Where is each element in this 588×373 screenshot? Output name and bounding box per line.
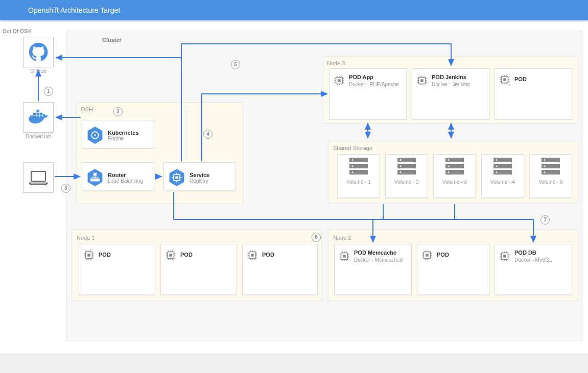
pod-title: POD DB	[514, 250, 552, 256]
volume-1: Volume - 2	[385, 154, 428, 198]
svg-rect-14	[91, 179, 93, 181]
page-title-bar: Openshift Architecture Target	[0, 0, 588, 20]
node2-pod-1: POD	[417, 244, 489, 295]
pod-title: POD	[99, 252, 111, 258]
pod-sub: Docker - MySQL	[514, 257, 552, 263]
footer-bar	[0, 353, 588, 373]
svg-rect-144	[343, 255, 346, 258]
step-2: 2	[113, 107, 123, 116]
pod-title: POD Memcache	[354, 250, 403, 256]
svg-point-11	[94, 134, 96, 136]
svg-point-80	[400, 159, 402, 161]
router-card: Router Load Balancing	[82, 162, 154, 191]
pod-title: POD Jenkins	[432, 74, 469, 80]
svg-rect-24	[175, 176, 178, 179]
svg-point-94	[496, 171, 498, 173]
chip-icon	[339, 251, 350, 262]
svg-rect-172	[503, 255, 506, 258]
router-title: Router	[108, 172, 143, 178]
svg-rect-7	[36, 110, 39, 112]
node3-pod-2: POD	[495, 68, 572, 119]
pod-sub: Docker - Jenkins	[432, 82, 469, 87]
volume-label: Volume - 5	[530, 179, 572, 187]
chip-icon	[421, 250, 433, 261]
svg-point-93	[496, 165, 498, 167]
volume-2: Volume - 3	[433, 154, 476, 198]
step-7: 7	[540, 215, 550, 225]
svg-rect-8	[31, 171, 45, 181]
chip-icon	[499, 74, 510, 85]
volume-label: Volume - 2	[386, 179, 428, 187]
chip-icon	[416, 75, 428, 86]
svg-point-92	[496, 159, 498, 161]
svg-point-87	[448, 165, 450, 167]
chip-icon	[499, 251, 510, 262]
volume-4: Volume - 5	[529, 154, 572, 198]
node3-pod-1: POD JenkinsDocker - Jenkins	[412, 68, 489, 119]
kubernetes-icon	[86, 126, 104, 145]
pod-sub: Docker - Memcached	[354, 257, 403, 263]
node1-pod-2: POD	[242, 244, 318, 295]
svg-rect-13	[93, 173, 96, 176]
svg-point-76	[352, 171, 354, 173]
svg-point-81	[400, 165, 402, 167]
step-5: 5	[231, 60, 240, 69]
laptop-icon	[28, 169, 49, 186]
service-icon	[168, 168, 185, 187]
chip-icon	[334, 75, 345, 86]
svg-point-86	[448, 159, 450, 161]
svg-rect-102	[87, 254, 90, 257]
pod-title: POD	[514, 76, 527, 82]
svg-point-99	[544, 165, 546, 167]
volume-3: Volume - 4	[481, 154, 524, 198]
svg-rect-44	[420, 79, 424, 82]
k8s-card: Kubernetes Engine	[82, 120, 154, 148]
k8s-sub: Engine	[108, 136, 139, 141]
svg-rect-158	[426, 254, 429, 257]
node2-pod-2: POD DBDocker - MySQL	[495, 244, 572, 295]
chip-icon	[83, 250, 95, 261]
node2-label: Node 2	[333, 235, 351, 241]
svg-rect-116	[169, 254, 172, 257]
github-icon	[29, 42, 48, 62]
cluster-label: Cluster	[102, 37, 122, 43]
router-icon	[86, 168, 104, 187]
out-of-osh-label: Out Of OSH	[3, 29, 31, 34]
step-3: 3	[61, 184, 70, 193]
pod-title: POD App	[349, 74, 399, 80]
service-sub: Registry	[190, 178, 209, 184]
node1-pod-1: POD	[160, 244, 237, 295]
volume-label: Volume - 1	[338, 179, 380, 187]
node1-label: Node 1	[77, 235, 95, 241]
svg-rect-5	[36, 113, 39, 115]
svg-rect-6	[40, 113, 43, 115]
disk-icon	[347, 157, 370, 176]
disk-icon	[443, 157, 466, 176]
svg-rect-58	[503, 78, 506, 81]
pod-sub: Docker - PHP/Apache	[349, 82, 399, 87]
svg-point-75	[352, 165, 354, 167]
page-title: Openshift Architecture Target	[28, 6, 120, 14]
github-card	[23, 37, 54, 67]
node2-pod-0: POD MemcacheDocker - Memcached	[334, 244, 412, 295]
docker-icon	[27, 109, 50, 126]
svg-rect-30	[338, 79, 341, 82]
svg-rect-130	[251, 254, 254, 257]
svg-point-88	[448, 171, 450, 173]
svg-rect-16	[97, 179, 99, 181]
step-4: 4	[203, 130, 213, 139]
k8s-title: Kubernetes	[108, 130, 139, 136]
pod-title: POD	[262, 252, 274, 258]
github-label: GitHub	[23, 68, 54, 74]
node3-pod-0: POD AppDocker - PHP/Apache	[329, 68, 407, 119]
disk-icon	[491, 157, 514, 176]
disk-icon	[395, 157, 418, 176]
node3-label: Node 3	[327, 60, 345, 66]
node1-pod-0: POD	[79, 244, 155, 295]
chip-icon	[165, 250, 176, 261]
svg-point-98	[544, 159, 546, 161]
svg-point-74	[352, 159, 354, 161]
disk-icon	[539, 157, 562, 176]
service-card: Service Registry	[163, 162, 236, 191]
volume-label: Volume - 3	[434, 179, 476, 187]
